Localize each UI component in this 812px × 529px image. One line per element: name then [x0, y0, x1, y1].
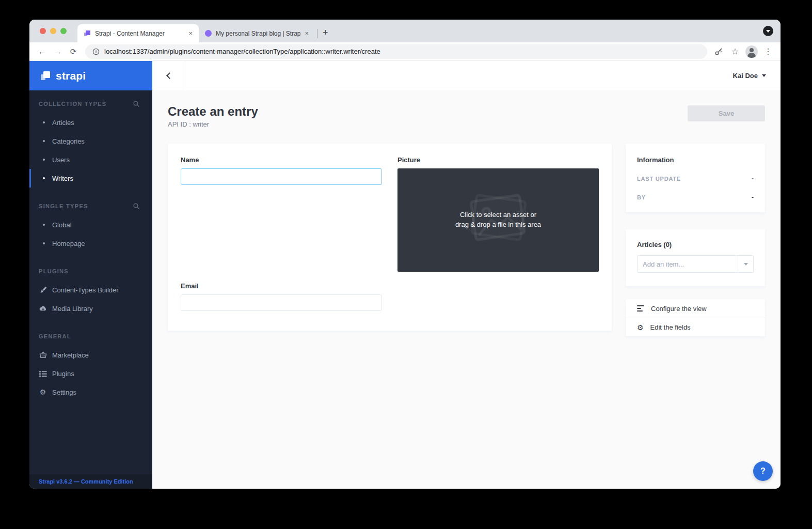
last-update-row: LAST UPDATE - — [637, 175, 754, 182]
section-general: GENERAL — [29, 331, 152, 341]
gear-icon: ⚙ — [637, 324, 644, 331]
window-controls[interactable] — [40, 28, 67, 34]
search-icon[interactable] — [133, 100, 140, 107]
sidebar-item-plugins[interactable]: Plugins — [29, 364, 152, 383]
dropzone-text: Click to select an asset or drag & drop … — [455, 210, 541, 230]
strapi-favicon-icon — [84, 30, 91, 37]
view-links-panel: Configure the view ⚙ Edit the fields — [626, 299, 765, 336]
select-caret-button[interactable] — [738, 256, 753, 272]
articles-select-placeholder: Add an item... — [638, 260, 738, 268]
url-bar[interactable]: localhost:1337/admin/plugins/content-man… — [85, 44, 707, 59]
bullet-icon — [43, 242, 45, 244]
chevron-left-icon — [166, 72, 173, 79]
basket-icon — [39, 351, 47, 359]
minimize-window-button[interactable] — [50, 28, 56, 34]
gear-icon: ⚙ — [39, 388, 47, 396]
close-tab-icon[interactable]: × — [187, 29, 194, 37]
bullet-icon — [43, 159, 45, 161]
by-row: BY - — [637, 193, 754, 201]
information-panel: Information LAST UPDATE - BY - — [626, 144, 765, 212]
save-button[interactable]: Save — [688, 105, 765, 121]
sidebar-item-homepage[interactable]: Homepage — [29, 234, 152, 253]
cloud-upload-icon — [39, 305, 47, 312]
tab-search-button[interactable] — [763, 26, 773, 36]
app-header: Kai Doe — [152, 61, 781, 90]
strapi-logo-text: strapi — [56, 70, 86, 82]
section-plugins: PLUGINS — [29, 266, 152, 276]
chevron-down-icon — [766, 30, 770, 33]
picture-field-label: Picture — [397, 156, 599, 164]
entry-form-card: Name Picture — [168, 144, 612, 331]
sidebar-item-marketplace[interactable]: Marketplace — [29, 346, 152, 364]
new-tab-button[interactable]: + — [321, 27, 333, 42]
go-back-button[interactable] — [152, 61, 185, 90]
list-icon — [39, 370, 47, 377]
articles-panel: Articles (0) Add an item... — [626, 229, 765, 286]
sidebar-item-categories[interactable]: Categories — [29, 132, 152, 150]
email-field-label: Email — [181, 282, 382, 290]
section-collection-types: COLLECTION TYPES — [29, 99, 152, 109]
sidebar-item-content-types-builder[interactable]: Content-Types Builder — [29, 281, 152, 299]
close-window-button[interactable] — [40, 28, 46, 34]
sidebar-item-writers[interactable]: Writers — [29, 169, 152, 188]
layout-bars-icon — [637, 305, 644, 312]
help-button[interactable]: ? — [753, 461, 773, 481]
bullet-icon — [43, 224, 45, 226]
bullet-icon — [43, 177, 45, 179]
browser-menu-icon[interactable]: ⋮ — [761, 46, 775, 56]
sidebar-item-global[interactable]: Global — [29, 215, 152, 234]
sidebar-item-media-library[interactable]: Media Library — [29, 299, 152, 318]
name-input[interactable] — [181, 168, 382, 185]
bullet-icon — [43, 140, 45, 142]
content-area: Create an entry API ID : writer Save Nam… — [152, 90, 781, 489]
reload-button[interactable]: ⟳ — [66, 47, 81, 56]
picture-dropzone[interactable]: Click to select an asset or drag & drop … — [397, 168, 599, 272]
page-subtitle: API ID : writer — [168, 120, 765, 128]
tab-strapi-blog[interactable]: My personal Strapi blog | Strap × — [199, 24, 315, 42]
configure-view-link[interactable]: Configure the view — [626, 299, 765, 318]
sidebar-item-settings[interactable]: ⚙ Settings — [29, 383, 152, 401]
bookmark-star-icon[interactable]: ☆ — [728, 46, 742, 56]
articles-title: Articles (0) — [637, 241, 754, 248]
strapi-version-link[interactable]: Strapi v3.6.2 — Community Edition — [29, 474, 152, 489]
chevron-down-icon — [762, 74, 766, 77]
user-menu[interactable]: Kai Doe — [733, 72, 781, 80]
name-field-label: Name — [181, 156, 382, 164]
information-title: Information — [637, 156, 754, 164]
bullet-icon — [43, 121, 45, 123]
sidebar-item-users[interactable]: Users — [29, 150, 152, 169]
close-tab-icon[interactable]: × — [304, 29, 310, 37]
forward-button[interactable]: → — [50, 46, 66, 57]
sidebar: strapi COLLECTION TYPES Articles Categor… — [29, 61, 152, 489]
tab-divider — [317, 29, 317, 38]
tab-title: My personal Strapi blog | Strap — [216, 30, 300, 37]
section-single-types: SINGLE TYPES — [29, 201, 152, 211]
tab-strapi-content-manager[interactable]: Strapi - Content Manager × — [77, 24, 199, 42]
info-icon — [92, 48, 100, 55]
browser-window: Strapi - Content Manager × My personal S… — [29, 20, 781, 489]
toolbar-icons: ☆ ⋮ — [711, 45, 775, 58]
page-title: Create an entry — [168, 104, 765, 119]
brush-icon — [39, 286, 47, 294]
maximize-window-button[interactable] — [60, 28, 67, 34]
browser-toolbar: ← → ⟳ localhost:1337/admin/plugins/conte… — [29, 42, 781, 61]
sidebar-item-articles[interactable]: Articles — [29, 113, 152, 132]
url-text[interactable]: localhost:1337/admin/plugins/content-man… — [104, 48, 380, 55]
search-icon[interactable] — [133, 203, 140, 210]
user-name: Kai Doe — [733, 72, 758, 80]
edit-fields-link[interactable]: ⚙ Edit the fields — [626, 318, 765, 336]
blog-favicon-icon — [205, 30, 212, 37]
back-button[interactable]: ← — [35, 46, 50, 57]
side-panels: Information LAST UPDATE - BY - Articles … — [626, 144, 765, 336]
password-key-icon[interactable] — [711, 48, 726, 56]
strapi-logo[interactable]: strapi — [29, 61, 152, 90]
strapi-logo-icon — [40, 70, 51, 82]
sidebar-nav: COLLECTION TYPES Articles Categories Use… — [29, 90, 152, 474]
tab-title: Strapi - Content Manager — [95, 30, 184, 37]
email-input[interactable] — [181, 294, 382, 311]
articles-select[interactable]: Add an item... — [637, 255, 754, 273]
profile-avatar[interactable] — [744, 45, 759, 58]
chevron-down-icon — [744, 263, 748, 266]
tab-strip: Strapi - Content Manager × My personal S… — [29, 20, 781, 42]
